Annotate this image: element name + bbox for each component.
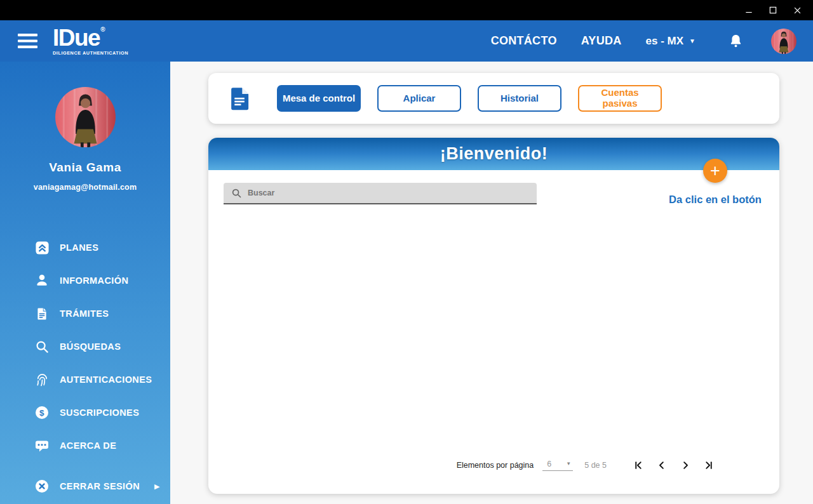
add-button[interactable]: + (703, 159, 727, 183)
items-per-page-value: 6 (547, 460, 551, 468)
sidebar-item-tramites[interactable]: TRÁMITES (0, 297, 170, 330)
chevron-down-icon: ▼ (566, 461, 571, 467)
logout-button[interactable]: CERRAR SESIÓN ▶ (0, 470, 170, 503)
maximize-icon (769, 6, 777, 15)
nav-contact-link[interactable]: CONTÁCTO (491, 34, 557, 48)
fingerprint-icon (34, 373, 50, 387)
app-logo: IDue ® DILIGENCE AUTHENTICATION (53, 26, 128, 55)
document-icon (230, 87, 249, 110)
double-chevron-up-icon (34, 241, 50, 255)
sidebar-item-planes[interactable]: PLANES (0, 231, 170, 264)
next-page-button[interactable] (678, 458, 693, 473)
hamburger-icon (18, 34, 37, 48)
avatar-photo (771, 29, 796, 54)
sidebar-item-label: INFORMACIÓN (60, 275, 128, 286)
sidebar-item-autenticaciones[interactable]: AUTENTICACIONES (0, 363, 170, 396)
logo-text: IDue (53, 26, 100, 50)
tab-bar-card: Mesa de control Aplicar Historial Cuenta… (208, 73, 779, 124)
notifications-button[interactable] (729, 33, 743, 49)
main-content: Mesa de control Aplicar Historial Cuenta… (170, 62, 813, 504)
last-page-button[interactable] (701, 458, 716, 473)
language-value: es - MX (646, 35, 684, 48)
add-button-hint: Da clic en el botón (664, 192, 766, 208)
sidebar-item-label: TRÁMITES (60, 308, 109, 319)
sidebar-item-suscripciones[interactable]: $ SUSCRIPCIONES (0, 396, 170, 429)
profile-avatar (55, 87, 116, 147)
search-icon (34, 340, 50, 354)
language-selector[interactable]: es - MX ▼ (646, 35, 695, 48)
minimize-button[interactable] (739, 2, 758, 18)
sidebar-item-label: AUTENTICACIONES (60, 375, 152, 385)
sidebar-item-label: BÚSQUEDAS (60, 342, 121, 352)
first-page-icon (633, 460, 644, 471)
header-actions: CONTÁCTO AYUDA es - MX ▼ (491, 29, 813, 54)
tab-group: Mesa de control Aplicar Historial Cuenta… (277, 85, 662, 112)
previous-page-button[interactable] (654, 458, 669, 473)
close-button[interactable] (788, 2, 807, 18)
svg-text:$: $ (39, 408, 44, 418)
sidebar-item-informacion[interactable]: INFORMACIÓN (0, 264, 170, 297)
chevron-down-icon: ▼ (689, 38, 695, 44)
sidebar-item-busquedas[interactable]: BÚSQUEDAS (0, 330, 170, 363)
sidebar-item-label: SUSCRIPCIONES (60, 408, 139, 418)
maximize-button[interactable] (763, 2, 783, 18)
arrow-right-icon: ▶ (154, 482, 160, 491)
registered-mark: ® (100, 27, 105, 33)
items-per-page-select[interactable]: 6 ▼ (542, 460, 573, 471)
search-input[interactable] (242, 189, 537, 197)
welcome-card: ¡Bienvenido! + Da clic en el botón Eleme… (208, 138, 779, 494)
user-name: Vania Gama (0, 161, 170, 175)
items-per-page-label: Elementos por página (457, 461, 534, 470)
user-profile: Vania Gama vaniagamag@hotmail.com (0, 62, 170, 192)
header-avatar[interactable] (771, 29, 796, 54)
person-icon (34, 273, 50, 288)
previous-page-icon (656, 460, 668, 471)
pagination-nav (631, 458, 716, 473)
pagination: Elementos por página 6 ▼ 5 de 5 (457, 458, 716, 473)
sidebar-item-label: PLANES (60, 242, 98, 253)
sidebar-menu: PLANES INFORMACIÓN TRÁMITES (0, 231, 170, 462)
bell-icon (729, 33, 743, 49)
sidebar-item-acerca-de[interactable]: ACERCA DE (0, 429, 170, 462)
close-circle-icon (34, 479, 50, 493)
dollar-circle-icon: $ (34, 406, 50, 420)
titlebar (0, 0, 813, 20)
user-email: vaniagamag@hotmail.com (0, 183, 170, 192)
next-page-icon (680, 460, 691, 471)
sidebar: Vania Gama vaniagamag@hotmail.com PLANES… (0, 62, 170, 504)
tab-mesa-de-control[interactable]: Mesa de control (277, 85, 361, 112)
first-page-button[interactable] (631, 458, 646, 473)
avatar-photo (55, 87, 116, 147)
tab-aplicar[interactable]: Aplicar (377, 85, 461, 112)
tab-historial[interactable]: Historial (478, 85, 561, 112)
search-bar (224, 183, 537, 204)
logo-tagline: DILIGENCE AUTHENTICATION (53, 51, 128, 55)
app-header: IDue ® DILIGENCE AUTHENTICATION CONTÁCTO… (0, 20, 813, 62)
welcome-banner: ¡Bienvenido! (208, 138, 779, 170)
nav-help-link[interactable]: AYUDA (581, 34, 622, 48)
sidebar-item-label: ACERCA DE (60, 441, 116, 451)
document-icon (34, 307, 50, 321)
minimize-icon (744, 6, 753, 15)
menu-toggle-button[interactable] (18, 34, 37, 48)
chat-bubble-icon (34, 438, 50, 453)
close-icon (793, 6, 802, 15)
search-icon (231, 188, 242, 199)
page-range-label: 5 de 5 (584, 461, 607, 470)
last-page-icon (703, 460, 715, 471)
logout-label: CERRAR SESIÓN (60, 481, 140, 491)
tab-cuentas-pasivas[interactable]: Cuentas pasivas (578, 85, 662, 112)
